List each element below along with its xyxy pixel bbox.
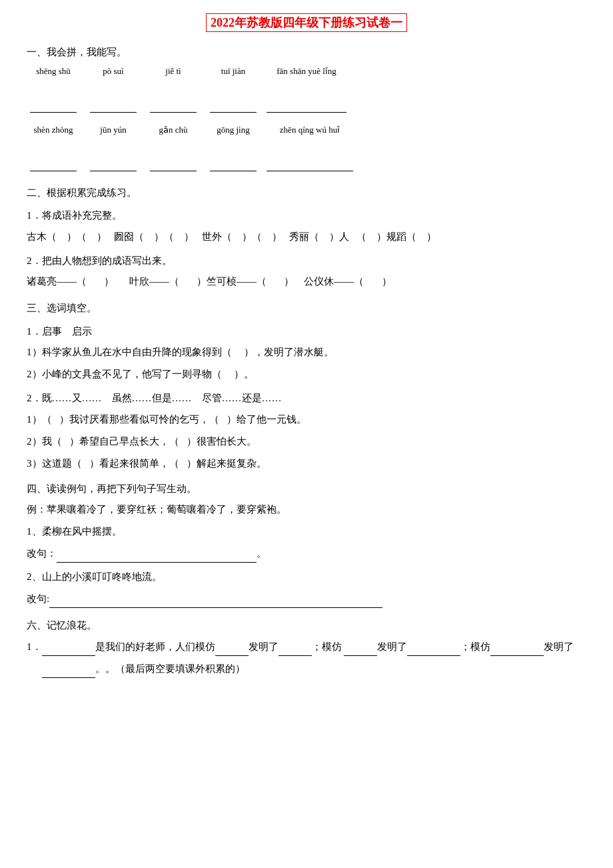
- section6-note: 。（最后两空要填课外积累的）: [105, 663, 245, 674]
- write-line-4: [210, 93, 257, 113]
- section3-sub2-q2: 2）我（ ）希望自己早点长大，（ ）很害怕长大。: [27, 433, 586, 451]
- write-line-10: [267, 151, 353, 171]
- pinyin-label-3: jiě tì: [165, 66, 181, 77]
- answer-line-1[interactable]: [57, 551, 257, 563]
- page-title: 2022年苏教版四年级下册练习试卷一: [206, 13, 407, 32]
- pinyin-section-row2: shèn zhòng jūn yún gǎn chù gōng jìng zhē…: [27, 125, 586, 171]
- section2-sub1-label: 1．将成语补充完整。: [27, 206, 586, 225]
- section4-q1-label: 改句：。: [27, 545, 586, 563]
- blank-6-2[interactable]: [215, 644, 249, 656]
- write-line-9: [210, 151, 257, 171]
- pinyin-label-4: tuī jiàn: [221, 66, 245, 77]
- pinyin-row-1: shēng shū pò suì jiě tì tuī jiàn fān shā…: [27, 66, 586, 113]
- write-line-6: [30, 151, 77, 171]
- pinyin-word-4: tuī jiàn: [207, 66, 260, 113]
- section3-sub1-label: 1．启事 启示: [27, 322, 586, 341]
- pinyin-label-7: jūn yún: [100, 125, 126, 135]
- pinyin-label-10: zhēn qíng wú huǐ: [280, 125, 340, 135]
- title-wrap: 2022年苏教版四年级下册练习试卷一: [27, 13, 586, 32]
- answer-line-2[interactable]: [49, 596, 382, 608]
- section2-sub1-items: 古木（ ）（ ） 囫囵（ ）（ ） 世外（ ）（ ） 秀丽（ ）人 （ ）规蹈（…: [27, 228, 586, 246]
- blank-6-3[interactable]: [279, 644, 312, 656]
- section6-q1: 1．是我们的好老师，人们模仿发明了；模仿 发明了；模仿发明了: [27, 638, 586, 656]
- section6-q1-end: 。。（最后两空要填课外积累的）: [27, 660, 586, 678]
- pinyin-label-6: shèn zhòng: [34, 125, 73, 135]
- section4-q2-text: 2、山上的小溪叮叮咚咚地流。: [27, 568, 586, 586]
- pinyin-word-3: jiě tì: [147, 66, 200, 113]
- blank-6-6[interactable]: [490, 644, 544, 656]
- pinyin-word-9: gōng jìng: [207, 125, 260, 171]
- blank-6-4[interactable]: [344, 644, 377, 656]
- pinyin-word-8: gǎn chù: [147, 125, 200, 171]
- pinyin-word-6: shèn zhòng: [27, 125, 80, 171]
- pinyin-label-9: gōng jìng: [217, 125, 249, 135]
- write-line-7: [90, 151, 137, 171]
- section1-header: 一、我会拼，我能写。: [27, 43, 586, 62]
- section3-sub2-q1: 1）（ ）我讨厌看那些看似可怜的乞丐，（ ）给了他一元钱。: [27, 411, 586, 429]
- pinyin-word-10: zhēn qíng wú huǐ: [267, 125, 353, 171]
- pinyin-label-8: gǎn chù: [159, 125, 187, 135]
- blank-6-7[interactable]: [42, 666, 95, 678]
- section2-sub2-items: 诸葛亮——（ ） 叶欣——（ ）竺可桢——（ ） 公仪休——（ ）: [27, 273, 586, 291]
- write-line-8: [150, 151, 197, 171]
- section2-sub2-label: 2．把由人物想到的成语写出来。: [27, 251, 586, 271]
- section4-q1-text: 1、柔柳在风中摇摆。: [27, 523, 586, 541]
- blank-6-5[interactable]: [407, 644, 460, 656]
- pinyin-section-row1: shēng shū pò suì jiě tì tuī jiàn fān shā…: [27, 66, 586, 113]
- pinyin-label-1: shēng shū: [36, 66, 71, 77]
- pinyin-label-5: fān shān yuè lǐng: [277, 66, 336, 77]
- pinyin-word-1: shēng shū: [27, 66, 80, 113]
- pinyin-label-2: pò suì: [103, 66, 123, 77]
- blank-6-1[interactable]: [42, 644, 95, 656]
- write-line-1: [30, 93, 77, 113]
- section3-header: 三、选词填空。: [27, 299, 586, 318]
- section3-sub1-q1: 1）科学家从鱼儿在水中自由升降的现象得到（ ），发明了潜水艇。: [27, 343, 586, 361]
- section4-q2-label: 改句:: [27, 590, 586, 608]
- write-line-3: [150, 93, 197, 113]
- section3-sub2-label: 2．既……又…… 虽然……但是…… 尽管……还是……: [27, 389, 586, 408]
- pinyin-word-2: pò suì: [87, 66, 140, 113]
- section6-header: 六、记忆浪花。: [27, 616, 586, 635]
- write-line-2: [90, 93, 137, 113]
- section3-sub2-q3: 3）这道题（ ）看起来很简单，（ ）解起来挺复杂。: [27, 455, 586, 473]
- section3-sub1-q2: 2）小峰的文具盒不见了，他写了一则寻物（ ）。: [27, 365, 586, 383]
- write-line-5: [267, 93, 346, 113]
- section2-header: 二、根据积累完成练习。: [27, 183, 586, 203]
- pinyin-row-2: shèn zhòng jūn yún gǎn chù gōng jìng zhē…: [27, 125, 586, 171]
- pinyin-word-5: fān shān yuè lǐng: [267, 66, 346, 113]
- pinyin-word-7: jūn yún: [87, 125, 140, 171]
- section4-example: 例：苹果嚷着冷了，要穿红袄；葡萄嚷着冷了，要穿紫袍。: [27, 501, 586, 519]
- section4-header: 四、读读例句，再把下列句子写生动。: [27, 479, 586, 499]
